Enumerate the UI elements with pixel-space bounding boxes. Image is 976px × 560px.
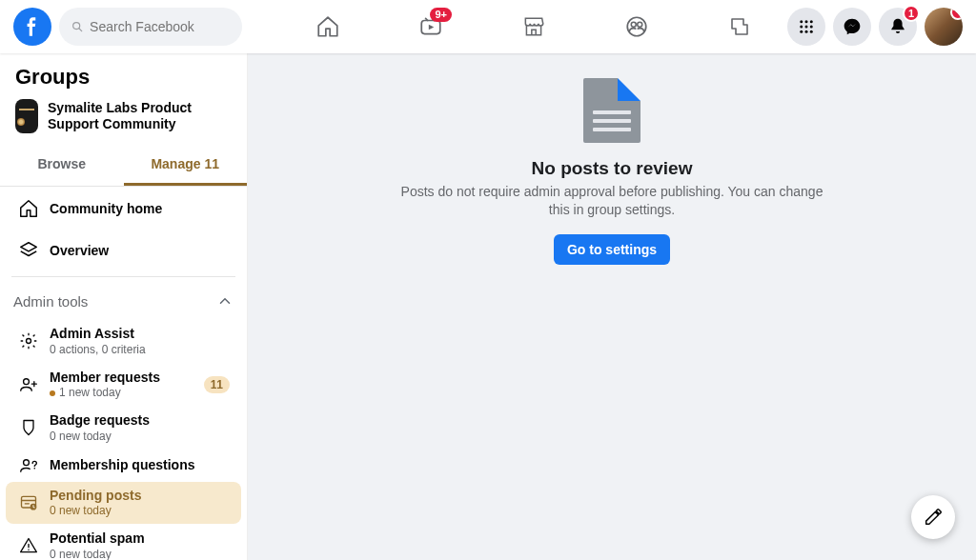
nav-gaming[interactable] — [692, 4, 787, 50]
messenger-button[interactable] — [833, 8, 871, 46]
svg-point-13 — [805, 30, 808, 33]
header-center: 9+ — [274, 4, 787, 50]
empty-state-description: Posts do not require admin approval befo… — [393, 183, 831, 219]
svg-point-15 — [27, 339, 31, 344]
svg-point-10 — [805, 26, 808, 29]
compose-fab[interactable] — [911, 495, 955, 539]
user-plus-icon — [17, 375, 40, 394]
svg-point-4 — [631, 22, 636, 27]
facebook-logo[interactable] — [13, 8, 51, 46]
go-to-settings-button[interactable]: Go to settings — [554, 234, 670, 265]
item-admin-assist-label: Admin Assist — [50, 326, 146, 343]
svg-point-11 — [810, 26, 813, 29]
svg-point-9 — [800, 26, 803, 29]
sidebar-title: Groups — [0, 53, 247, 93]
empty-state: No posts to review Posts do not require … — [248, 78, 976, 265]
item-badge-requests-label: Badge requests — [50, 412, 150, 430]
tab-browse[interactable]: Browse — [0, 145, 124, 186]
nav-community-home[interactable]: Community home — [6, 189, 241, 229]
item-member-requests-label: Member requests — [50, 370, 160, 387]
header-right: 1 — [787, 8, 976, 46]
search-input[interactable] — [90, 19, 231, 34]
item-membership-questions-label: Membership questions — [50, 457, 194, 474]
compose-icon — [923, 507, 944, 528]
svg-point-3 — [627, 17, 646, 36]
menu-button[interactable] — [787, 8, 825, 46]
main-content: No posts to review Posts do not require … — [248, 53, 976, 560]
item-potential-spam-sub: 0 new today — [50, 548, 145, 561]
home-outline-icon — [17, 198, 40, 219]
nav-overview-label: Overview — [50, 243, 109, 258]
tab-manage-count: 11 — [205, 156, 220, 171]
item-badge-requests-sub: 0 new today — [50, 430, 150, 444]
top-nav-tabs: 9+ — [280, 4, 787, 50]
group-selector[interactable]: Symalite Labs Product Support Community — [0, 93, 247, 143]
search-input-wrap[interactable] — [59, 8, 242, 46]
account-avatar[interactable] — [925, 8, 963, 46]
item-admin-assist-sub: 0 actions, 0 criteria — [50, 343, 146, 357]
svg-point-7 — [805, 20, 808, 23]
document-illustration-icon — [583, 78, 640, 143]
app-header: 9+ 1 — [0, 0, 976, 53]
svg-point-17 — [24, 459, 30, 465]
svg-point-6 — [800, 20, 803, 23]
nav-watch[interactable]: 9+ — [383, 4, 478, 50]
nav-home[interactable] — [280, 4, 376, 50]
empty-state-title: No posts to review — [248, 158, 976, 179]
gear-icon — [17, 331, 40, 350]
item-pending-posts-label: Pending posts — [50, 488, 141, 505]
svg-point-12 — [800, 30, 803, 33]
item-potential-spam-label: Potential spam — [50, 530, 145, 548]
item-potential-spam[interactable]: Potential spam 0 new today — [6, 525, 241, 560]
warning-icon — [17, 536, 40, 555]
nav-groups[interactable] — [589, 4, 684, 50]
item-pending-posts-sub: 0 new today — [50, 504, 141, 518]
grid-icon — [798, 18, 815, 35]
sidebar-tabs: Browse Manage11 — [0, 145, 247, 187]
nav-marketplace[interactable] — [486, 4, 581, 50]
sidebar: Groups Symalite Labs Product Support Com… — [0, 53, 248, 560]
layers-icon — [17, 240, 40, 261]
nav-community-home-label: Community home — [50, 201, 162, 216]
chevron-up-icon — [216, 292, 234, 310]
badge-icon — [17, 418, 40, 437]
bell-icon — [888, 17, 907, 36]
item-member-requests[interactable]: Member requests 1 new today 11 — [6, 364, 241, 407]
svg-line-1 — [79, 29, 82, 31]
item-badge-requests[interactable]: Badge requests 0 new today — [6, 407, 241, 450]
facebook-icon — [20, 14, 45, 39]
marketplace-icon — [521, 14, 546, 39]
search-icon — [71, 19, 84, 34]
divider — [11, 276, 235, 277]
messenger-icon — [843, 17, 862, 36]
groups-icon — [624, 14, 649, 39]
header-left — [0, 8, 274, 46]
item-member-requests-sub: 1 new today — [50, 386, 160, 400]
group-thumbnail — [15, 99, 38, 133]
section-admin-tools[interactable]: Admin tools — [0, 283, 247, 319]
pending-posts-icon — [17, 493, 40, 512]
svg-point-5 — [638, 22, 642, 27]
tab-manage-label: Manage — [151, 156, 200, 171]
svg-point-8 — [810, 20, 813, 23]
home-icon — [315, 14, 340, 39]
group-name: Symalite Labs Product Support Community — [48, 100, 232, 132]
nav-overview[interactable]: Overview — [6, 230, 241, 270]
svg-point-16 — [24, 379, 30, 385]
item-membership-questions[interactable]: Membership questions — [6, 450, 241, 481]
watch-badge: 9+ — [430, 8, 452, 22]
gaming-icon — [728, 15, 751, 38]
item-member-requests-badge: 11 — [204, 376, 230, 393]
notifications-badge: 1 — [903, 5, 920, 22]
question-user-icon — [17, 456, 40, 475]
item-pending-posts[interactable]: Pending posts 0 new today — [6, 482, 241, 525]
svg-point-14 — [810, 30, 813, 33]
tab-manage[interactable]: Manage11 — [124, 145, 248, 186]
notifications-button[interactable]: 1 — [879, 8, 917, 46]
section-admin-tools-label: Admin tools — [13, 293, 88, 310]
item-admin-assist[interactable]: Admin Assist 0 actions, 0 criteria — [6, 320, 241, 363]
